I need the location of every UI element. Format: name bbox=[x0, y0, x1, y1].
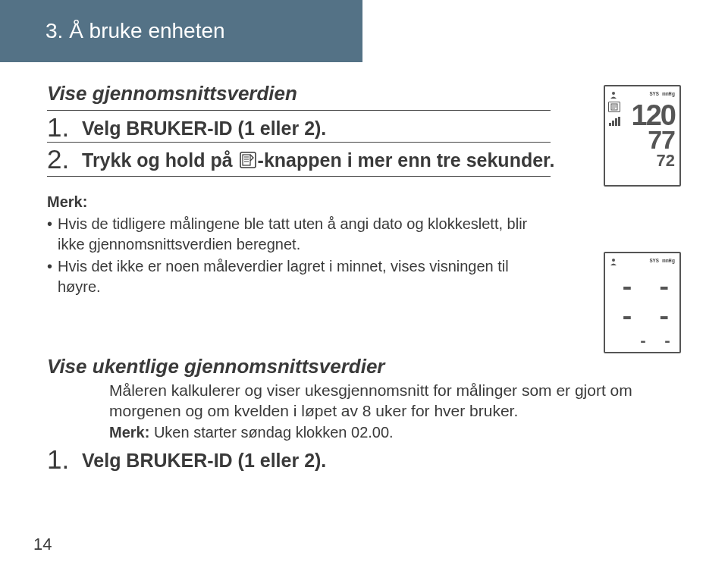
display2-top-icons: SYS mmHg bbox=[610, 258, 675, 268]
bullet-dot: • bbox=[47, 214, 58, 255]
step-2-number: 2. bbox=[47, 146, 77, 172]
memo-icon bbox=[608, 102, 620, 112]
note-block: Merk: • Hvis de tidligere målingene ble … bbox=[47, 192, 540, 297]
section2-step-1-row: 1. Velg BRUKER-ID (1 eller 2). bbox=[47, 446, 681, 472]
display-pulse-value: 72 bbox=[657, 153, 675, 168]
step-1-row: 1. Velg BRUKER-ID (1 eller 2). bbox=[47, 114, 578, 140]
svg-point-2 bbox=[612, 259, 615, 262]
svg-rect-4 bbox=[243, 155, 250, 165]
svg-point-0 bbox=[612, 92, 615, 95]
section2-heading: Vise ukentlige gjennomsnittsverdier bbox=[47, 355, 681, 378]
display2-dia-dash: - - bbox=[620, 306, 675, 330]
display2-sys-label: SYS mmHg bbox=[649, 258, 675, 268]
note-item-2: Hvis det ikke er noen måleverdier lagret… bbox=[58, 256, 540, 297]
section2-note-label: Merk: bbox=[109, 424, 149, 441]
step-1-number: 1. bbox=[47, 114, 77, 140]
section2-paragraph: Måleren kalkulerer og viser ukesgjennoms… bbox=[109, 380, 686, 422]
step-2-text-before: Trykk og hold på bbox=[82, 149, 238, 171]
step-2-text: Trykk og hold på -knappen i mer enn tre … bbox=[82, 146, 554, 174]
note-item-1: Hvis de tidligere målingene ble tatt ute… bbox=[58, 214, 540, 255]
rule bbox=[47, 142, 551, 143]
memo-button-icon bbox=[240, 150, 256, 174]
bullet-dot: • bbox=[47, 256, 58, 297]
display2-pulse-dash: - - bbox=[639, 335, 675, 349]
section2-note: Merk: Uken starter søndag klokken 02.00. bbox=[109, 424, 681, 441]
step-2-text-after: -knappen i mer enn tre sekunder. bbox=[258, 149, 555, 171]
step-2-row: 2. Trykk og hold på -knappen i mer enn t… bbox=[47, 146, 578, 174]
device-display-values: SYS mmHg 120 77 72 bbox=[604, 85, 681, 187]
rule bbox=[47, 110, 551, 111]
section2-step-1-text: Velg BRUKER-ID (1 eller 2). bbox=[82, 446, 326, 472]
section2-step-1-number: 1. bbox=[47, 446, 77, 472]
display-sys-value: 120 bbox=[632, 102, 675, 128]
page-number: 14 bbox=[33, 535, 52, 554]
section-header-band: 3. Å bruke enheten bbox=[0, 0, 362, 62]
person-icon bbox=[610, 258, 617, 268]
section-header-title: 3. Å bruke enheten bbox=[46, 19, 225, 43]
bars-icon bbox=[608, 117, 620, 126]
step-1-text: Velg BRUKER-ID (1 eller 2). bbox=[82, 114, 326, 140]
section2-note-text: Uken starter søndag klokken 02.00. bbox=[154, 424, 394, 441]
display-dia-value: 77 bbox=[648, 128, 675, 152]
device-display-empty: SYS mmHg - - - - - - bbox=[604, 252, 681, 353]
page-content: SYS mmHg 120 77 72 SYS mmHg - - - - - - … bbox=[0, 62, 728, 472]
person-icon bbox=[610, 91, 617, 101]
note-bullet-2: • Hvis det ikke er noen måleverdier lagr… bbox=[47, 256, 540, 297]
display2-sys-dash: - - bbox=[620, 277, 675, 300]
section1-heading: Vise gjennomsnittsverdien bbox=[47, 82, 681, 105]
rule bbox=[47, 176, 551, 177]
note-label: Merk: bbox=[47, 192, 540, 212]
note-bullet-1: • Hvis de tidligere målingene ble tatt u… bbox=[47, 214, 540, 255]
display-left-icons bbox=[608, 102, 620, 126]
